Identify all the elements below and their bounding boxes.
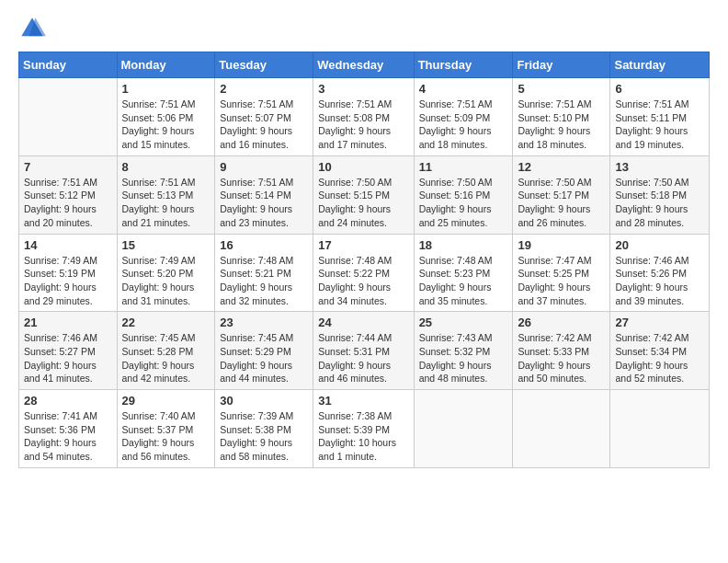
day-number: 1 [122,82,210,96]
day-info: Sunrise: 7:51 AMSunset: 5:13 PMDaylight:… [122,176,210,230]
day-info: Sunrise: 7:48 AMSunset: 5:23 PMDaylight:… [419,254,508,308]
day-info: Sunrise: 7:48 AMSunset: 5:21 PMDaylight:… [220,254,308,308]
page-header [18,15,710,42]
day-number: 9 [220,160,308,174]
calendar-cell: 16Sunrise: 7:48 AMSunset: 5:21 PMDayligh… [215,234,313,312]
day-number: 10 [318,160,408,174]
day-of-week-header: Wednesday [313,52,414,78]
calendar-cell: 30Sunrise: 7:39 AMSunset: 5:38 PMDayligh… [215,390,313,468]
day-info: Sunrise: 7:42 AMSunset: 5:33 PMDaylight:… [518,331,605,385]
calendar-cell: 29Sunrise: 7:40 AMSunset: 5:37 PMDayligh… [117,390,215,468]
day-of-week-header: Tuesday [215,52,313,78]
day-info: Sunrise: 7:45 AMSunset: 5:28 PMDaylight:… [122,331,210,385]
day-info: Sunrise: 7:40 AMSunset: 5:37 PMDaylight:… [122,409,210,464]
calendar-cell: 12Sunrise: 7:50 AMSunset: 5:17 PMDayligh… [513,155,610,234]
day-info: Sunrise: 7:51 AMSunset: 5:08 PMDaylight:… [318,98,408,152]
day-info: Sunrise: 7:50 AMSunset: 5:17 PMDaylight:… [518,176,605,230]
day-info: Sunrise: 7:50 AMSunset: 5:16 PMDaylight:… [419,176,508,230]
calendar-cell: 9Sunrise: 7:51 AMSunset: 5:14 PMDaylight… [215,155,313,234]
calendar-cell: 6Sunrise: 7:51 AMSunset: 5:11 PMDaylight… [610,78,710,156]
calendar-cell: 21Sunrise: 7:46 AMSunset: 5:27 PMDayligh… [19,312,118,390]
day-number: 31 [318,394,408,408]
calendar-cell: 7Sunrise: 7:51 AMSunset: 5:12 PMDaylight… [19,155,118,234]
calendar-cell: 24Sunrise: 7:44 AMSunset: 5:31 PMDayligh… [313,312,414,390]
day-info: Sunrise: 7:45 AMSunset: 5:29 PMDaylight:… [220,331,308,385]
day-number: 8 [122,160,210,174]
day-number: 3 [318,82,408,96]
calendar-cell: 19Sunrise: 7:47 AMSunset: 5:25 PMDayligh… [513,234,610,312]
day-number: 14 [24,238,112,252]
day-info: Sunrise: 7:39 AMSunset: 5:38 PMDaylight:… [220,409,308,464]
day-info: Sunrise: 7:47 AMSunset: 5:25 PMDaylight:… [518,254,605,308]
day-number: 24 [318,316,408,329]
day-info: Sunrise: 7:51 AMSunset: 5:06 PMDaylight:… [122,98,210,152]
calendar-cell: 14Sunrise: 7:49 AMSunset: 5:19 PMDayligh… [19,234,118,312]
day-number: 26 [518,316,605,329]
day-info: Sunrise: 7:46 AMSunset: 5:27 PMDaylight:… [24,331,112,385]
calendar-cell: 18Sunrise: 7:48 AMSunset: 5:23 PMDayligh… [414,234,513,312]
day-of-week-header: Thursday [414,52,513,78]
calendar-cell [610,390,710,468]
day-number: 2 [220,82,308,96]
day-number: 13 [615,160,704,174]
day-info: Sunrise: 7:51 AMSunset: 5:10 PMDaylight:… [518,98,605,152]
day-info: Sunrise: 7:49 AMSunset: 5:19 PMDaylight:… [24,254,112,308]
day-number: 5 [518,82,605,96]
day-number: 4 [419,82,508,96]
day-number: 25 [419,316,508,329]
calendar-cell: 1Sunrise: 7:51 AMSunset: 5:06 PMDaylight… [117,78,215,156]
day-info: Sunrise: 7:44 AMSunset: 5:31 PMDaylight:… [318,331,408,385]
day-info: Sunrise: 7:51 AMSunset: 5:07 PMDaylight:… [220,98,308,152]
day-number: 20 [615,238,704,252]
calendar-cell: 13Sunrise: 7:50 AMSunset: 5:18 PMDayligh… [610,155,710,234]
calendar-cell: 26Sunrise: 7:42 AMSunset: 5:33 PMDayligh… [513,312,610,390]
day-number: 22 [122,316,210,329]
day-number: 16 [220,238,308,252]
day-info: Sunrise: 7:48 AMSunset: 5:22 PMDaylight:… [318,254,408,308]
day-number: 15 [122,238,210,252]
day-of-week-header: Monday [117,52,215,78]
day-info: Sunrise: 7:43 AMSunset: 5:32 PMDaylight:… [419,331,508,385]
day-number: 27 [615,316,704,329]
calendar-cell: 25Sunrise: 7:43 AMSunset: 5:32 PMDayligh… [414,312,513,390]
day-of-week-header: Friday [513,52,610,78]
calendar-cell: 10Sunrise: 7:50 AMSunset: 5:15 PMDayligh… [313,155,414,234]
day-info: Sunrise: 7:51 AMSunset: 5:12 PMDaylight:… [24,176,112,230]
day-of-week-header: Saturday [610,52,710,78]
day-info: Sunrise: 7:51 AMSunset: 5:09 PMDaylight:… [419,98,508,152]
day-number: 23 [220,316,308,329]
day-number: 11 [419,160,508,174]
day-number: 7 [24,160,112,174]
calendar-cell: 20Sunrise: 7:46 AMSunset: 5:26 PMDayligh… [610,234,710,312]
day-number: 18 [419,238,508,252]
calendar-cell: 2Sunrise: 7:51 AMSunset: 5:07 PMDaylight… [215,78,313,156]
logo-icon [18,15,46,42]
calendar-cell: 27Sunrise: 7:42 AMSunset: 5:34 PMDayligh… [610,312,710,390]
day-info: Sunrise: 7:42 AMSunset: 5:34 PMDaylight:… [615,331,704,385]
day-number: 29 [122,394,210,408]
calendar-cell [513,390,610,468]
day-info: Sunrise: 7:38 AMSunset: 5:39 PMDaylight:… [318,409,408,464]
calendar-cell: 8Sunrise: 7:51 AMSunset: 5:13 PMDaylight… [117,155,215,234]
calendar-cell [414,390,513,468]
day-number: 19 [518,238,605,252]
day-info: Sunrise: 7:41 AMSunset: 5:36 PMDaylight:… [24,409,112,464]
day-info: Sunrise: 7:46 AMSunset: 5:26 PMDaylight:… [615,254,704,308]
day-info: Sunrise: 7:50 AMSunset: 5:15 PMDaylight:… [318,176,408,230]
calendar-cell: 28Sunrise: 7:41 AMSunset: 5:36 PMDayligh… [19,390,118,468]
day-info: Sunrise: 7:49 AMSunset: 5:20 PMDaylight:… [122,254,210,308]
day-number: 12 [518,160,605,174]
calendar-cell: 22Sunrise: 7:45 AMSunset: 5:28 PMDayligh… [117,312,215,390]
calendar-cell: 5Sunrise: 7:51 AMSunset: 5:10 PMDaylight… [513,78,610,156]
day-number: 21 [24,316,112,329]
calendar-cell: 31Sunrise: 7:38 AMSunset: 5:39 PMDayligh… [313,390,414,468]
calendar-cell: 15Sunrise: 7:49 AMSunset: 5:20 PMDayligh… [117,234,215,312]
calendar-cell: 4Sunrise: 7:51 AMSunset: 5:09 PMDaylight… [414,78,513,156]
day-of-week-header: Sunday [19,52,118,78]
day-info: Sunrise: 7:51 AMSunset: 5:11 PMDaylight:… [615,98,704,152]
calendar-header-row: SundayMondayTuesdayWednesdayThursdayFrid… [19,52,710,78]
day-info: Sunrise: 7:50 AMSunset: 5:18 PMDaylight:… [615,176,704,230]
calendar-cell: 17Sunrise: 7:48 AMSunset: 5:22 PMDayligh… [313,234,414,312]
day-info: Sunrise: 7:51 AMSunset: 5:14 PMDaylight:… [220,176,308,230]
day-number: 28 [24,394,112,408]
